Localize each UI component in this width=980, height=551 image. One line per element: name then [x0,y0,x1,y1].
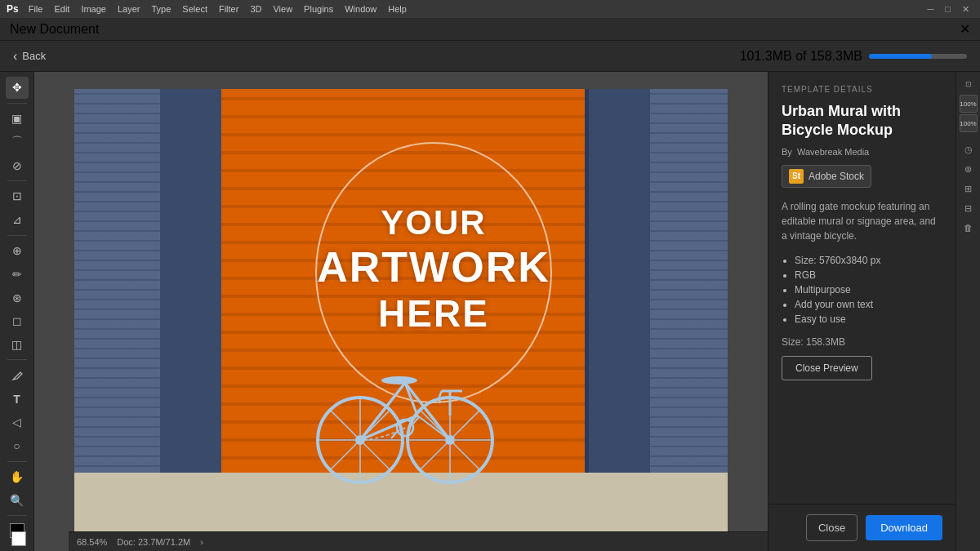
close-button[interactable]: Close [806,514,858,541]
feature-item-easy: Easy to use [795,313,942,325]
right-panel-actions: Close Download [768,504,956,551]
new-document-bar: New Document ✕ [0,18,980,41]
artwork-line1: YOUR [315,203,552,242]
menu-file[interactable]: File [24,2,48,16]
adobe-stock-icon: St [789,169,804,184]
close-preview-button[interactable]: Close Preview [782,356,872,380]
back-label: Back [22,50,46,62]
main-layout: ✥ ▣ ⌒ ⊘ ⊡ ⊿ ⊕ ✏ ⊛ ◻ ◫ T ◁ ○ ✋ 🔍 [0,72,980,551]
feature-item-multipurpose: Multipurpose [795,284,942,295]
menu-filter[interactable]: Filter [214,2,243,16]
right-tool-icon-1[interactable]: ⊡ [959,75,978,93]
menu-3d[interactable]: 3D [245,2,266,16]
right-tool-icon-4[interactable]: ⊞ [959,180,978,198]
right-tool-icon-3[interactable]: ⊛ [959,160,978,178]
tool-crop[interactable]: ⊡ [6,185,29,207]
template-section-label: TEMPLATE DETAILS [782,85,942,94]
artwork-line2: ARTWORK [315,242,552,291]
window-controls[interactable]: ─ □ ✕ [924,4,973,15]
tool-divider-5 [7,461,27,462]
tool-healing[interactable]: ⊕ [6,240,29,262]
menu-type[interactable]: Type [147,2,176,16]
tool-path-select[interactable]: ◁ [6,411,29,433]
svg-line-9 [330,440,360,470]
download-button[interactable]: Download [866,515,942,540]
back-button[interactable]: ‹ Back [13,49,46,64]
mural-mockup: YOUR ARTWORK HERE [74,89,728,534]
tool-gradient[interactable]: ◫ [6,334,29,356]
right-panel: TEMPLATE DETAILS Urban Mural with Bicycl… [768,72,956,551]
menu-edit[interactable]: Edit [49,2,74,16]
fit-screen-button[interactable]: 100% [960,114,978,132]
tool-move[interactable]: ✥ [6,77,29,99]
title-bar: Ps File Edit Image Layer Type Select Fil… [0,0,980,18]
tool-zoom[interactable]: 🔍 [6,489,29,511]
template-description: A rolling gate mockup featuring an edita… [782,199,942,243]
brick-wall-right [650,89,728,534]
feature-item-rgb: RGB [795,269,942,281]
background-color[interactable] [11,531,26,546]
feature-list: Size: 5760x3840 px RGB Multipurpose Add … [782,255,942,325]
menu-image[interactable]: Image [76,2,111,16]
title-bar-left: Ps File Edit Image Layer Type Select Fil… [7,2,412,16]
by-prefix: By [782,147,792,157]
tool-pen[interactable] [6,364,29,386]
tool-hand[interactable]: ✋ [6,465,29,487]
tool-eraser[interactable]: ◻ [6,310,29,332]
svg-line-17 [450,440,480,470]
menu-plugins[interactable]: Plugins [299,2,338,16]
inner-wall-left [160,89,221,534]
tool-select-rect[interactable]: ▣ [6,108,29,130]
tool-quick-select[interactable]: ⊘ [6,154,29,176]
right-tool-icon-2[interactable]: ◷ [959,140,978,158]
doc-info: Doc: 23.7M/71.2M [117,537,190,547]
menu-select[interactable]: Select [177,2,212,16]
by-line: By Wavebreak Media [782,147,942,157]
menu-view[interactable]: View [268,2,297,16]
menu-bar[interactable]: File Edit Image Layer Type Select Filter… [24,2,412,16]
tool-lasso[interactable]: ⌒ [6,131,29,153]
zoom-100-button[interactable]: 100% [960,95,978,113]
tool-divider-4 [7,359,27,360]
arrow-right-icon[interactable]: › [200,537,203,547]
zoom-level: 68.54% [77,537,107,547]
right-tool-icon-5[interactable]: ⊟ [959,199,978,217]
progress-section: 101.3MB of 158.3MB [740,49,967,64]
artwork-text: YOUR ARTWORK HERE [315,203,552,335]
svg-line-19 [420,440,450,470]
menu-help[interactable]: Help [383,2,412,16]
back-bar: ‹ Back 101.3MB of 158.3MB [0,41,980,72]
left-toolbar: ✥ ▣ ⌒ ⊘ ⊡ ⊿ ⊕ ✏ ⊛ ◻ ◫ T ◁ ○ ✋ 🔍 [0,72,34,551]
right-tool-icon-6[interactable]: 🗑 [959,219,978,237]
svg-point-25 [381,376,417,384]
maximize-button[interactable]: □ [941,4,955,14]
file-size: Size: 158.3MB [782,336,942,348]
new-doc-close-icon[interactable]: ✕ [960,21,970,37]
svg-line-6 [330,410,360,440]
inner-wall-right [589,89,650,534]
svg-line-24 [405,383,417,415]
source-name: Adobe Stock [808,171,864,182]
progress-text: 101.3MB of 158.3MB [740,49,862,64]
menu-window[interactable]: Window [340,2,381,16]
minimize-button[interactable]: ─ [924,4,938,14]
author-name: Wavebreak Media [797,147,869,157]
tool-clone[interactable]: ⊛ [6,287,29,309]
close-window-button[interactable]: ✕ [958,4,973,15]
feature-item-text: Add your own text [795,299,942,310]
feature-item-size: Size: 5760x3840 px [795,255,942,266]
app-icon: Ps [7,3,19,15]
menu-layer[interactable]: Layer [113,2,145,16]
tool-eyedropper[interactable]: ⊿ [6,209,29,231]
tool-divider-2 [7,180,27,181]
progress-bar-fill [869,54,932,59]
tool-divider-6 [7,515,27,516]
back-arrow-icon: ‹ [13,49,17,64]
template-title: Urban Mural with Bicycle Mockup [782,102,942,140]
tool-shape[interactable]: ○ [6,435,29,457]
tool-brush[interactable]: ✏ [6,263,29,285]
status-bar: 68.54% Doc: 23.7M/71.2M › [69,531,768,551]
new-document-title: New Document [10,22,99,37]
source-badge[interactable]: St Adobe Stock [782,165,871,188]
tool-text[interactable]: T [6,388,29,410]
